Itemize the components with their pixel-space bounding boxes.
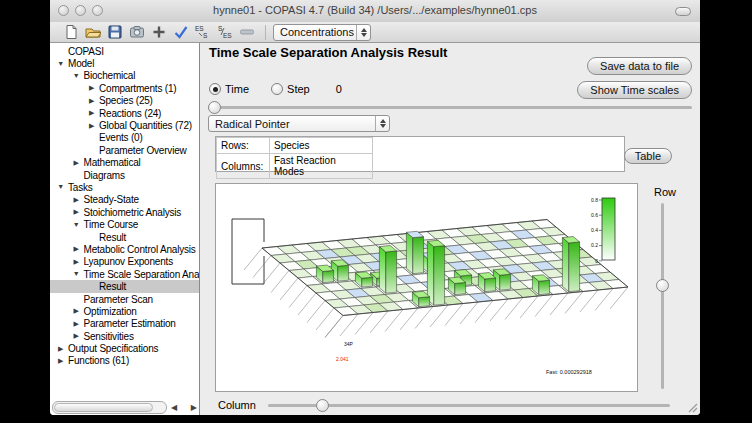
column-axis-tick <box>460 302 478 324</box>
tree-item-diagrams[interactable]: Diagrams <box>50 169 199 181</box>
tree-item-sensitivities[interactable]: ▶Sensitivities <box>50 330 199 342</box>
tree-item-model[interactable]: ▼Model <box>50 57 199 69</box>
tree-item-functions-61[interactable]: ▶Functions (61) <box>50 355 199 367</box>
tree-item-lyapunov-exponents[interactable]: ▶Lyapunov Exponents <box>50 256 199 268</box>
column-axis-tick <box>445 304 463 326</box>
tree-item-output-specifications[interactable]: ▶Output Specifications <box>50 342 199 354</box>
resize-grip[interactable] <box>687 402 698 413</box>
tree-item-result[interactable]: Result <box>50 280 199 292</box>
tree-item-tasks[interactable]: ▼Tasks <box>50 181 199 193</box>
tree-item-label: Optimization <box>84 306 137 317</box>
tree-item-reactions-24[interactable]: ▶Reactions (24) <box>50 107 199 119</box>
scrollbar-track[interactable] <box>52 401 167 414</box>
disclosure-down-icon[interactable]: ▼ <box>69 268 84 280</box>
time-radio[interactable] <box>209 83 221 95</box>
disclosure-right-icon[interactable]: ▶ <box>69 330 84 342</box>
svg-text:ES: ES <box>223 32 232 39</box>
save-file-icon[interactable] <box>104 24 126 41</box>
disclosure-down-icon[interactable]: ▼ <box>69 219 84 231</box>
row-slider-track[interactable] <box>661 203 664 389</box>
column-slider[interactable] <box>268 399 670 412</box>
disclosure-right-icon[interactable]: ▶ <box>69 206 84 218</box>
combo-stepper-icon <box>356 25 370 40</box>
disclosure-right-icon[interactable]: ▶ <box>53 355 68 367</box>
zoom-window-icon[interactable] <box>92 5 103 16</box>
scrollbar-arrows[interactable]: ◀ ▶ <box>167 403 197 412</box>
disclosure-down-icon[interactable]: ▼ <box>69 70 84 82</box>
show-time-scales-button[interactable]: Show Time scales <box>577 81 692 99</box>
column-slider-thumb[interactable] <box>316 399 329 412</box>
time-slider-track[interactable] <box>208 106 692 109</box>
close-window-icon[interactable] <box>58 5 69 16</box>
time-slider-thumb[interactable] <box>208 101 221 114</box>
tree-item-label: Steady-State <box>84 194 139 205</box>
row-axis-tick <box>316 308 334 330</box>
tree-item-steady-state[interactable]: ▶Steady-State <box>50 194 199 206</box>
bar-chart-3d[interactable]: 0.80.60.40.2034P2.041Fast: 0.000292918 <box>215 183 638 392</box>
copasi-window: hynne01 - COPASI 4.7 (Build 34) /Users/.… <box>50 0 700 415</box>
tree-item-optimization[interactable]: ▶Optimization <box>50 305 199 317</box>
column-axis-tick <box>430 305 448 327</box>
disclosure-right-icon[interactable]: ▶ <box>84 107 99 119</box>
row-slider-thumb[interactable] <box>656 279 669 292</box>
disclosure-down-icon[interactable]: ▼ <box>53 58 68 70</box>
title-bar[interactable]: hynne01 - COPASI 4.7 (Build 34) /Users/.… <box>50 0 700 23</box>
scrollbar-thumb[interactable] <box>54 403 153 412</box>
time-slider[interactable] <box>208 101 692 114</box>
tree-item-species-25[interactable]: ▶Species (25) <box>50 95 199 107</box>
sidebar-horizontal-scrollbar[interactable]: ◀ ▶ <box>52 401 197 413</box>
navigation-sidebar: COPASI▼Model▼Biochemical▶Compartments (1… <box>50 43 200 415</box>
legend-tick-label: 0 <box>595 258 598 264</box>
disclosure-right-icon[interactable]: ▶ <box>53 343 68 355</box>
tree-item-copasi[interactable]: COPASI <box>50 45 199 57</box>
convert-es-s-icon[interactable]: ESS <box>192 24 214 41</box>
scroll-right-icon[interactable]: ▶ <box>191 403 197 412</box>
tree-item-events-0[interactable]: Events (0) <box>50 132 199 144</box>
toolbar-toggle-button[interactable] <box>675 7 691 16</box>
disclosure-right-icon[interactable]: ▶ <box>69 305 84 317</box>
tree-item-label: Parameter Scan <box>84 294 153 305</box>
tree-item-compartments-1[interactable]: ▶Compartments (1) <box>50 82 199 94</box>
open-file-icon[interactable] <box>82 24 104 41</box>
disclosure-right-icon[interactable]: ▶ <box>69 157 84 169</box>
tree-item-global-quantities-72[interactable]: ▶Global Quantities (72) <box>50 119 199 131</box>
tree-item-label: Global Quantities (72) <box>99 120 192 131</box>
column-axis-tick <box>505 298 523 320</box>
scroll-left-icon[interactable]: ◀ <box>171 403 177 412</box>
tree-item-stoichiometric-analysis[interactable]: ▶Stoichiometric Analysis <box>50 206 199 218</box>
tree-item-parameter-scan[interactable]: Parameter Scan <box>50 293 199 305</box>
disclosure-right-icon[interactable]: ▶ <box>84 95 99 107</box>
view-mode-select[interactable]: Concentrations <box>273 24 371 41</box>
disclosure-right-icon[interactable]: ▶ <box>69 194 84 206</box>
disclosure-right-icon[interactable]: ▶ <box>69 243 84 255</box>
bar-chart-3d-canvas[interactable]: 0.80.60.40.2034P2.041Fast: 0.000292918 <box>216 184 637 391</box>
table-button[interactable]: Table <box>624 148 672 164</box>
tree-item-result[interactable]: Result <box>50 231 199 243</box>
tree-item-time-scale-separation-anal[interactable]: ▼Time Scale Separation Anal <box>50 268 199 280</box>
new-file-icon[interactable] <box>60 24 82 41</box>
step-radio[interactable] <box>271 83 283 95</box>
row-axis-tick <box>262 263 280 285</box>
minimize-window-icon[interactable] <box>75 5 86 16</box>
tree-item-label: Species (25) <box>99 95 153 106</box>
disclosure-right-icon[interactable]: ▶ <box>84 82 99 94</box>
convert-s-es-icon[interactable]: SES <box>214 24 236 41</box>
tree-item-metabolic-control-analysis[interactable]: ▶Metabolic Control Analysis <box>50 243 199 255</box>
tree-item-time-course[interactable]: ▼Time Course <box>50 218 199 230</box>
tree-item-biochemical[interactable]: ▼Biochemical <box>50 70 199 82</box>
apply-check-icon[interactable] <box>170 24 192 41</box>
tree-item-parameter-estimation[interactable]: ▶Parameter Estimation <box>50 318 199 330</box>
capture-image-icon[interactable] <box>126 24 148 41</box>
disclosure-down-icon[interactable]: ▼ <box>53 181 68 193</box>
tree-item-parameter-overview[interactable]: Parameter Overview <box>50 144 199 156</box>
step-radio-label: Step <box>287 83 310 95</box>
save-data-button[interactable]: Save data to file <box>587 57 692 75</box>
disclosure-right-icon[interactable]: ▶ <box>69 318 84 330</box>
column-axis-tick <box>385 310 403 332</box>
disclosure-right-icon[interactable]: ▶ <box>84 120 99 132</box>
pointer-select[interactable]: Radical Pointer <box>208 115 390 132</box>
add-icon[interactable] <box>148 24 170 41</box>
tree-item-mathematical[interactable]: ▶Mathematical <box>50 157 199 169</box>
row-slider[interactable] <box>656 203 669 389</box>
disclosure-right-icon[interactable]: ▶ <box>69 256 84 268</box>
